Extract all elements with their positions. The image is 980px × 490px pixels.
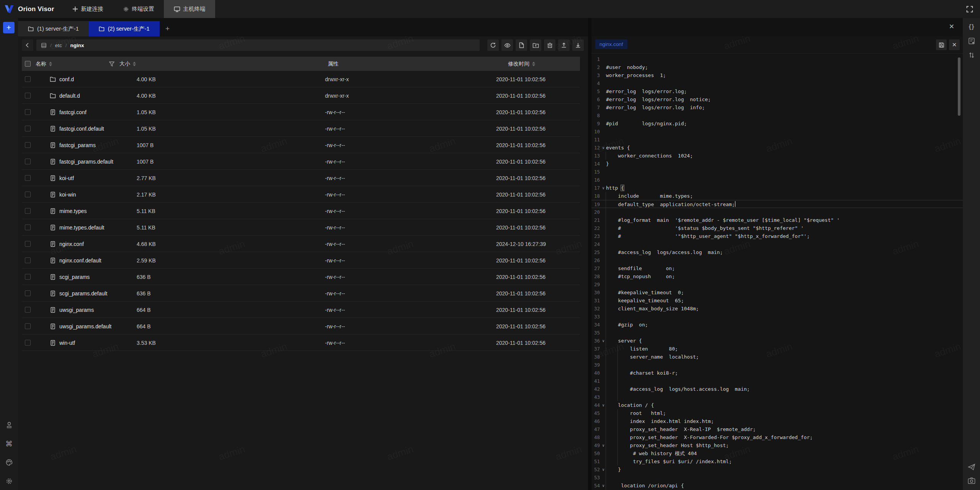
code-line[interactable]: 46 index index.html index.htm; [591,417,963,425]
code-line[interactable]: 2#user nobody; [591,63,963,71]
fold-chevron-icon[interactable]: ∨ [601,465,606,474]
file-name[interactable]: conf.d [50,71,74,87]
palette-icon[interactable] [5,458,13,467]
table-row[interactable]: koi-utf2.77 KB-rw-r--r--2020-11-01 10:02… [22,170,580,186]
code-line[interactable]: 22 # '$status $body_bytes_sent "$http_re… [591,224,963,232]
trash-icon[interactable] [544,39,555,51]
code-line[interactable]: 3worker_processes 1; [591,71,963,79]
open-file-tag[interactable]: nginx.conf [595,39,627,49]
filter-icon[interactable] [109,57,114,71]
file-name[interactable]: mime.types.default [50,219,105,236]
terminal-tab-2[interactable]: (2) server-生产-1 [89,21,160,36]
code-line[interactable]: 18 include mime.types; [591,192,963,200]
select-all-checkbox[interactable] [25,57,31,71]
table-row[interactable]: win-utf3.53 KB-rw-r--r--2020-11-01 10:02… [22,334,580,351]
code-line[interactable]: 1 [591,55,963,63]
row-checkbox[interactable] [25,285,31,302]
file-name[interactable]: nginx.conf [50,236,84,252]
menu-item-new-connection[interactable]: 新建连接 [62,0,113,18]
code-line[interactable]: 49∨ proxy_set_header Host $http_host; [591,441,963,449]
fold-chevron-icon[interactable]: ∨ [601,401,606,409]
code-line[interactable]: 45 root html; [591,409,963,417]
code-line[interactable]: 54∨ location /orion/api { [591,482,963,490]
code-line[interactable]: 21 #log_format main '$remote_addr - $rem… [591,216,963,224]
row-checkbox[interactable] [25,186,31,203]
row-checkbox[interactable] [25,153,31,170]
braces-icon[interactable]: {} [967,22,976,31]
user-icon[interactable] [5,421,13,429]
code-line[interactable]: 20 [591,208,963,216]
code-line[interactable]: 17∨http { [591,184,963,192]
row-checkbox[interactable] [25,170,31,186]
table-row[interactable]: mime.types5.11 KB-rw-r--r--2020-11-01 10… [22,203,580,219]
code-line[interactable]: 44∨ location / { [591,401,963,409]
menu-item-terminal-settings[interactable]: 终端设置 [113,0,164,18]
terminal-tab-1[interactable]: (1) server-生产-1 [18,21,89,36]
table-row[interactable]: conf.d4.00 KBdrwxr-xr-x2020-11-01 10:02:… [22,71,580,87]
code-editor[interactable]: 12#user nobody;3worker_processes 1;45#er… [591,54,963,490]
command-icon[interactable]: ⌘ [5,439,13,448]
row-checkbox[interactable] [25,104,31,120]
file-name[interactable]: koi-utf [50,170,74,186]
code-line[interactable]: 30 #keepalive_timeout 0; [591,288,963,297]
refresh-icon[interactable] [487,39,499,51]
code-line[interactable]: 26 [591,256,963,264]
code-line[interactable]: 35 [591,329,963,337]
menu-item-host-terminal[interactable]: 主机终端 [164,0,215,18]
back-button[interactable] [22,39,33,51]
fold-chevron-icon[interactable]: ∨ [601,337,606,345]
close-file-icon[interactable]: ✕ [949,39,960,50]
file-name[interactable]: win-utf [50,334,75,351]
table-row[interactable]: default.d4.00 KBdrwxr-xr-x2020-11-01 10:… [22,87,580,104]
code-line[interactable]: 38 server_name localhost; [591,353,963,361]
code-line[interactable]: 40 #charset koi8-r; [591,369,963,377]
doc-bookmark-icon[interactable] [967,36,976,46]
sort-carets[interactable] [49,62,52,66]
code-line[interactable]: 16 [591,176,963,184]
file-name[interactable]: mime.types [50,203,87,219]
table-row[interactable]: scgi_params.default636 B-rw-r--r--2020-1… [22,285,580,302]
code-line[interactable]: 37 listen 80; [591,345,963,353]
row-checkbox[interactable] [25,236,31,252]
code-line[interactable]: 48 proxy_set_header X-Forwarded-For $pro… [591,433,963,441]
code-line[interactable]: 47 proxy_set_header X-Real-IP $remote_ad… [591,425,963,433]
file-name[interactable]: default.d [50,87,80,104]
row-checkbox[interactable] [25,71,31,87]
table-row[interactable]: mime.types.default5.11 KB-rw-r--r--2020-… [22,219,580,236]
send-icon[interactable] [967,462,976,472]
table-row[interactable]: uwsgi_params664 B-rw-r--r--2020-11-01 10… [22,302,580,318]
close-panel-icon[interactable]: ✕ [949,23,954,30]
code-line[interactable]: 32 client_max_body_size 1048m; [591,305,963,313]
file-name[interactable]: uwsgi_params [50,302,94,318]
code-line[interactable]: 50 # web history 模式 404 [591,449,963,457]
code-line[interactable]: 27 sendfile on; [591,264,963,272]
code-line[interactable]: 11 [591,136,963,144]
code-line[interactable]: 53 [591,474,963,482]
code-line[interactable]: 13 worker_connections 1024; [591,152,963,160]
file-name[interactable]: nginx.conf.default [50,252,101,269]
file-name[interactable]: koi-win [50,186,76,203]
breadcrumb-segment[interactable]: etc [55,43,62,48]
file-name[interactable]: scgi_params [50,269,90,285]
file-name[interactable]: fastcgi.conf.default [50,120,104,137]
code-line[interactable]: 34 #gzip on; [591,321,963,329]
file-name[interactable]: scgi_params.default [50,285,107,302]
fold-chevron-icon[interactable]: ∨ [601,184,606,192]
code-line[interactable]: 29 [591,280,963,288]
sort-carets[interactable] [532,62,535,66]
code-line[interactable]: 5#error_log logs/error.log; [591,87,963,95]
code-line[interactable]: 51 try_files $uri $uri/ /index.html; [591,457,963,465]
code-line[interactable]: 41 [591,377,963,385]
code-line[interactable]: 10 [591,128,963,136]
column-mtime[interactable]: 修改时间 [508,57,535,71]
table-row[interactable]: nginx.conf4.68 KB-rw-r--r--2024-12-10 16… [22,236,580,252]
row-checkbox[interactable] [25,269,31,285]
code-line[interactable]: 28 #tcp_nopush on; [591,272,963,280]
add-connection-button[interactable]: + [3,22,15,33]
row-checkbox[interactable] [25,120,31,137]
camera-icon[interactable] [967,476,976,485]
row-checkbox[interactable] [25,252,31,269]
table-row[interactable]: uwsgi_params.default664 B-rw-r--r--2020-… [22,318,580,334]
code-line[interactable]: 19 default_type application/octet-stream… [591,200,963,208]
upload-icon[interactable] [558,39,570,51]
